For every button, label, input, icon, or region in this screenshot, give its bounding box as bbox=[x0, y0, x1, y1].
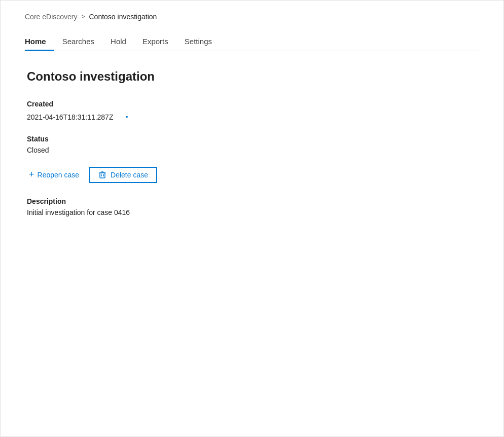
description-value: Initial investigation for case 0416 bbox=[27, 208, 477, 216]
breadcrumb-current: Contoso investigation bbox=[89, 13, 157, 21]
page-container: Core eDiscovery > Contoso investigation … bbox=[0, 0, 504, 437]
delete-label: Delete case bbox=[111, 171, 148, 179]
created-row: 2021-04-16T18:31:11.287Z · bbox=[27, 111, 477, 123]
created-value: 2021-04-16T18:31:11.287Z bbox=[27, 113, 113, 121]
delete-case-button[interactable]: Delete case bbox=[89, 167, 157, 183]
breadcrumb-separator: > bbox=[81, 13, 85, 20]
trash-icon bbox=[98, 171, 106, 179]
plus-icon: + bbox=[29, 169, 34, 180]
breadcrumb-parent[interactable]: Core eDiscovery bbox=[25, 13, 77, 21]
created-section: Created 2021-04-16T18:31:11.287Z · bbox=[27, 100, 477, 123]
status-value: Closed bbox=[27, 146, 477, 154]
tab-home[interactable]: Home bbox=[25, 33, 54, 51]
tab-hold[interactable]: Hold bbox=[102, 33, 134, 51]
breadcrumb: Core eDiscovery > Contoso investigation bbox=[25, 13, 479, 21]
tab-settings[interactable]: Settings bbox=[176, 33, 220, 51]
svg-rect-0 bbox=[100, 173, 105, 178]
created-label: Created bbox=[27, 100, 477, 108]
tab-exports[interactable]: Exports bbox=[134, 33, 176, 51]
actions-row: + Reopen case Delete case bbox=[27, 166, 477, 183]
status-label: Status bbox=[27, 135, 477, 143]
reopen-label: Reopen case bbox=[38, 171, 80, 179]
reopen-case-button[interactable]: + Reopen case bbox=[27, 166, 81, 183]
status-section: Status Closed bbox=[27, 135, 477, 154]
description-label: Description bbox=[27, 197, 477, 205]
nav-tabs: Home Searches Hold Exports Settings bbox=[25, 33, 479, 51]
content-area: Contoso investigation Created 2021-04-16… bbox=[25, 69, 479, 216]
dot-indicator: · bbox=[125, 111, 128, 123]
case-title: Contoso investigation bbox=[27, 69, 477, 84]
tab-searches[interactable]: Searches bbox=[54, 33, 102, 51]
description-section: Description Initial investigation for ca… bbox=[27, 197, 477, 216]
